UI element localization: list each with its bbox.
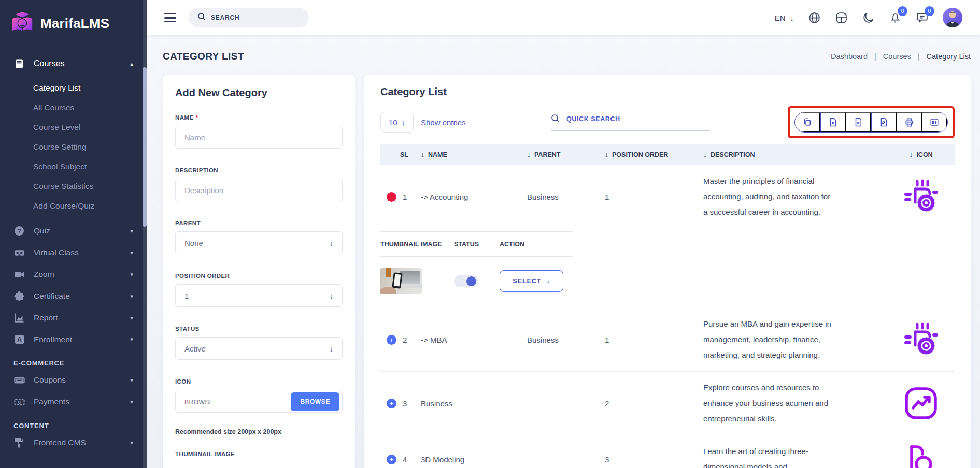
browse-button[interactable]: BROWSE — [291, 392, 339, 411]
chevron-down-icon: ▾ — [130, 377, 133, 384]
book-icon — [13, 58, 25, 69]
export-columns-button[interactable] — [922, 112, 947, 132]
column-header-description: ↓DESCRIPTION — [703, 151, 887, 159]
sidebar-item-label: Courses — [34, 59, 65, 68]
main-area: EN ↓ 0 0 — [147, 0, 980, 468]
collapse-row-button[interactable]: − — [387, 192, 396, 202]
sort-arrow-icon[interactable]: ↓ — [909, 151, 913, 159]
language-selector[interactable]: EN ↓ — [775, 13, 794, 22]
position-order-select[interactable]: 1 ↓ — [175, 284, 343, 307]
global-search[interactable] — [189, 8, 309, 27]
brand-logo-icon — [10, 10, 34, 36]
row-position: 2 — [605, 399, 703, 408]
thumbnail-image-label: THUMBNAIL IMAGE — [175, 451, 343, 457]
sidebar-item-coupons[interactable]: Coupons ▾ — [0, 369, 147, 391]
sidebar-item-quiz[interactable]: ? Quiz ▾ — [0, 220, 147, 242]
app-root: MarifaLMS Courses ▴ Category List All Co… — [0, 0, 980, 468]
sub-column-action: ACTION — [500, 241, 573, 248]
row-description: Pursue an MBA and gain expertise in mana… — [703, 308, 887, 371]
messages-button[interactable]: 0 — [916, 11, 929, 24]
quick-search-input[interactable] — [566, 115, 691, 123]
sidebar-item-school-subject[interactable]: School Subject — [33, 157, 147, 177]
show-entries-link[interactable]: Show entries — [421, 118, 466, 127]
sidebar-item-add-course-quiz[interactable]: Add Course/Quiz — [33, 196, 147, 216]
badge-seal-icon — [13, 291, 25, 301]
name-field[interactable] — [184, 133, 333, 142]
sidebar-item-virtual-class[interactable]: Virtual Class ▾ — [0, 242, 147, 264]
sidebar-item-frontend-cms[interactable]: Frontend CMS ▾ — [0, 432, 147, 454]
columns-icon — [930, 118, 939, 127]
category-thumbnail-image[interactable] — [380, 268, 422, 294]
sidebar-item-all-courses[interactable]: All Courses — [33, 98, 147, 118]
sort-arrow-icon[interactable]: ↓ — [527, 151, 531, 159]
sub-column-thumbnail: THUMBNAIL IMAGE — [380, 241, 454, 248]
table-row: − 1 -> Accounting Business 1 Master the … — [380, 165, 955, 228]
quick-search[interactable] — [551, 114, 710, 131]
sidebar-item-courses[interactable]: Courses ▴ — [0, 52, 147, 76]
menu-toggle-button[interactable] — [164, 13, 176, 22]
row-position: 3 — [605, 455, 703, 464]
page-header: CATEGORY LIST Dashboard | Courses | Cate… — [163, 51, 971, 62]
sidebar-item-category-list[interactable]: Category List — [33, 78, 147, 98]
status-select[interactable]: Active ↓ — [175, 337, 343, 360]
expand-row-button[interactable]: + — [387, 399, 396, 408]
layout-grid-icon[interactable] — [835, 11, 848, 24]
breadcrumb-separator: | — [918, 52, 920, 61]
row-sl: 2 — [403, 335, 407, 344]
sidebar-item-label: Virtual Class — [34, 248, 79, 257]
export-print-button[interactable] — [897, 112, 922, 132]
sidebar-item-label: Enrollment — [34, 335, 72, 344]
breadcrumb-courses[interactable]: Courses — [883, 52, 911, 61]
row-position: 1 — [605, 335, 703, 344]
sidebar-item-course-level[interactable]: Course Level — [33, 118, 147, 137]
globe-icon[interactable] — [808, 11, 821, 24]
sort-arrow-icon[interactable]: ↓ — [703, 151, 707, 159]
chevron-up-icon: ▴ — [130, 61, 133, 67]
column-header-parent: ↓PARENT — [527, 151, 605, 159]
sidebar-item-certificate[interactable]: Certificate ▾ — [0, 285, 147, 307]
description-field[interactable] — [184, 186, 333, 195]
paint-roller-icon — [13, 437, 25, 448]
expand-row-button[interactable]: + — [387, 335, 396, 345]
row-detail-panel: THUMBNAIL IMAGE STATUS ACTION SELECT — [380, 231, 573, 308]
breadcrumb-category-list[interactable]: Category List — [927, 52, 971, 61]
name-label: NAME* — [175, 114, 343, 121]
row-description: Explore courses and resources to enhance… — [703, 372, 887, 435]
status-toggle[interactable] — [454, 275, 478, 287]
export-copy-button[interactable] — [795, 112, 820, 132]
vr-headset-icon — [13, 247, 25, 258]
notifications-button[interactable]: 0 — [889, 11, 902, 24]
svg-text:0: 0 — [18, 399, 20, 405]
sidebar-item-course-statistics[interactable]: Course Statistics — [33, 177, 147, 196]
dark-mode-moon-icon[interactable] — [862, 11, 875, 24]
breadcrumb-dashboard[interactable]: Dashboard — [831, 52, 868, 61]
export-excel-button[interactable] — [820, 112, 846, 132]
sidebar-item-label: Quiz — [34, 226, 50, 236]
global-search-input[interactable] — [211, 14, 283, 21]
page-size-select[interactable]: 10 ↓ — [380, 112, 414, 133]
chevron-down-icon: ▾ — [130, 399, 133, 405]
sidebar-item-course-setting[interactable]: Course Setting — [33, 137, 147, 157]
sidebar-item-zoom[interactable]: Zoom ▾ — [0, 264, 147, 285]
sidebar-item-label: Coupons — [34, 375, 66, 385]
chevron-down-icon: ↓ — [330, 344, 334, 353]
select-label: SELECT — [513, 277, 541, 285]
brand-logo[interactable]: MarifaLMS — [0, 0, 147, 46]
sidebar-scrollbar-thumb[interactable] — [143, 67, 147, 227]
parent-select[interactable]: None ↓ — [175, 231, 343, 254]
row-sl: 3 — [403, 399, 407, 408]
size-recommendation-note: Recommended size 200px x 200px — [175, 428, 343, 435]
topbar: EN ↓ 0 0 — [147, 0, 980, 35]
user-avatar[interactable] — [943, 8, 962, 27]
sidebar-item-report[interactable]: Report ▾ — [0, 307, 147, 329]
select-action-button[interactable]: SELECT ↓ — [500, 270, 563, 292]
export-pdf-button[interactable] — [871, 112, 897, 132]
parent-select-value: None — [184, 239, 203, 247]
sidebar-item-enrollment[interactable]: A Enrollment ▾ — [0, 329, 147, 350]
sort-arrow-icon[interactable]: ↓ — [421, 151, 424, 159]
expand-row-button[interactable]: + — [387, 455, 396, 464]
sort-arrow-icon[interactable]: ↓ — [605, 151, 608, 159]
sidebar-item-payments[interactable]: 0 Payments ▾ — [0, 391, 147, 413]
file-lines-icon — [854, 118, 863, 127]
export-csv-button[interactable] — [846, 112, 871, 132]
